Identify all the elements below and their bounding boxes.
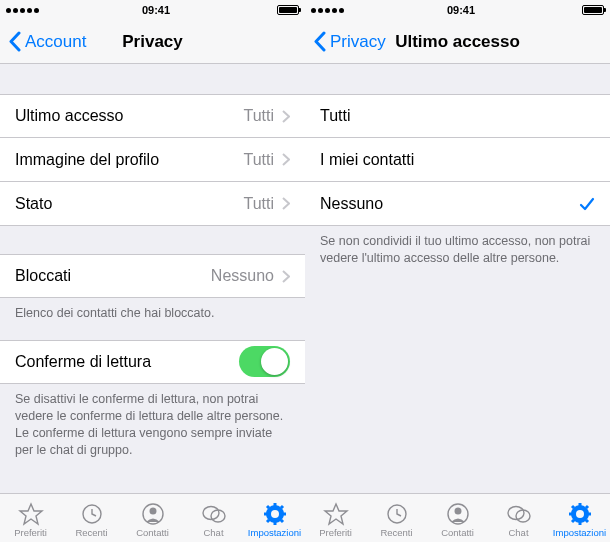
nav-bar: Privacy Ultimo accesso bbox=[305, 20, 610, 64]
last-seen-screen: 09:41 Privacy Ultimo accesso Tutti I mie… bbox=[305, 0, 610, 542]
back-label: Privacy bbox=[330, 32, 386, 52]
status-time: 09:41 bbox=[447, 4, 475, 16]
tab-chats[interactable]: Chat bbox=[488, 494, 549, 542]
option-label: Nessuno bbox=[320, 195, 579, 213]
check-icon bbox=[579, 197, 595, 211]
star-icon bbox=[323, 502, 349, 526]
chevron-right-icon bbox=[282, 197, 290, 210]
clock-icon bbox=[79, 502, 105, 526]
option-everyone[interactable]: Tutti bbox=[305, 94, 610, 138]
gear-icon bbox=[262, 502, 288, 526]
tab-bar: Preferiti Recenti Contatti Chat Impostaz… bbox=[305, 493, 610, 542]
option-nobody[interactable]: Nessuno bbox=[305, 182, 610, 226]
row-value: Nessuno bbox=[211, 267, 274, 285]
tab-chats[interactable]: Chat bbox=[183, 494, 244, 542]
svg-line-30 bbox=[572, 520, 574, 522]
option-label: I miei contatti bbox=[320, 151, 595, 169]
tab-label: Recenti bbox=[75, 527, 107, 538]
row-status[interactable]: Stato Tutti bbox=[0, 182, 305, 226]
chevron-left-icon bbox=[313, 31, 326, 52]
tab-label: Preferiti bbox=[319, 527, 352, 538]
svg-line-31 bbox=[586, 506, 588, 508]
content: Ultimo accesso Tutti Immagine del profil… bbox=[0, 64, 305, 493]
tab-label: Preferiti bbox=[14, 527, 47, 538]
svg-line-15 bbox=[281, 506, 283, 508]
row-label: Immagine del profilo bbox=[15, 151, 243, 169]
row-value: Tutti bbox=[243, 151, 274, 169]
tab-label: Chat bbox=[508, 527, 528, 538]
tab-label: Contatti bbox=[441, 527, 474, 538]
contact-icon bbox=[445, 502, 471, 526]
tab-contacts[interactable]: Contatti bbox=[122, 494, 183, 542]
tab-recents[interactable]: Recenti bbox=[366, 494, 427, 542]
svg-marker-0 bbox=[20, 504, 42, 524]
gear-icon bbox=[567, 502, 593, 526]
svg-marker-16 bbox=[325, 504, 347, 524]
chat-icon bbox=[201, 502, 227, 526]
clock-icon bbox=[384, 502, 410, 526]
tab-label: Chat bbox=[203, 527, 223, 538]
tab-contacts[interactable]: Contatti bbox=[427, 494, 488, 542]
content: Tutti I miei contatti Nessuno Se non con… bbox=[305, 64, 610, 493]
nav-bar: Account Privacy bbox=[0, 20, 305, 64]
row-value: Tutti bbox=[243, 195, 274, 213]
chat-icon bbox=[506, 502, 532, 526]
chevron-left-icon bbox=[8, 31, 21, 52]
tab-favorites[interactable]: Preferiti bbox=[305, 494, 366, 542]
row-label: Conferme di lettura bbox=[15, 353, 239, 371]
signal-icon bbox=[311, 8, 344, 13]
svg-line-28 bbox=[572, 506, 574, 508]
svg-line-14 bbox=[267, 520, 269, 522]
battery-icon bbox=[277, 5, 299, 15]
back-button[interactable]: Account bbox=[8, 31, 86, 52]
blocked-footer: Elenco dei contatti che hai bloccato. bbox=[0, 298, 305, 332]
tab-bar: Preferiti Recenti Contatti Chat Impostaz… bbox=[0, 493, 305, 542]
status-time: 09:41 bbox=[142, 4, 170, 16]
option-my-contacts[interactable]: I miei contatti bbox=[305, 138, 610, 182]
signal-icon bbox=[6, 8, 39, 13]
row-last-seen[interactable]: Ultimo accesso Tutti bbox=[0, 94, 305, 138]
tab-settings[interactable]: Impostazioni bbox=[244, 494, 305, 542]
row-label: Bloccati bbox=[15, 267, 211, 285]
tab-label: Contatti bbox=[136, 527, 169, 538]
tab-favorites[interactable]: Preferiti bbox=[0, 494, 61, 542]
svg-point-7 bbox=[271, 510, 279, 518]
status-bar: 09:41 bbox=[0, 0, 305, 20]
read-receipts-switch[interactable] bbox=[239, 346, 290, 377]
row-label: Ultimo accesso bbox=[15, 107, 243, 125]
row-label: Stato bbox=[15, 195, 243, 213]
row-value: Tutti bbox=[243, 107, 274, 125]
chevron-right-icon bbox=[282, 153, 290, 166]
tab-label: Impostazioni bbox=[248, 527, 301, 538]
battery-icon bbox=[582, 5, 604, 15]
star-icon bbox=[18, 502, 44, 526]
svg-point-23 bbox=[576, 510, 584, 518]
svg-line-12 bbox=[267, 506, 269, 508]
tab-label: Recenti bbox=[380, 527, 412, 538]
tab-recents[interactable]: Recenti bbox=[61, 494, 122, 542]
chevron-right-icon bbox=[282, 270, 290, 283]
chevron-right-icon bbox=[282, 110, 290, 123]
svg-line-13 bbox=[281, 520, 283, 522]
svg-line-29 bbox=[586, 520, 588, 522]
read-receipts-footer: Se disattivi le conferme di lettura, non… bbox=[0, 384, 305, 469]
svg-point-19 bbox=[454, 508, 461, 515]
back-button[interactable]: Privacy bbox=[313, 31, 386, 52]
row-blocked[interactable]: Bloccati Nessuno bbox=[0, 254, 305, 298]
svg-point-3 bbox=[149, 508, 156, 515]
status-bar: 09:41 bbox=[305, 0, 610, 20]
contact-icon bbox=[140, 502, 166, 526]
row-profile-photo[interactable]: Immagine del profilo Tutti bbox=[0, 138, 305, 182]
last-seen-footer: Se non condividi il tuo ultimo accesso, … bbox=[305, 226, 610, 277]
back-label: Account bbox=[25, 32, 86, 52]
tab-label: Impostazioni bbox=[553, 527, 606, 538]
tab-settings[interactable]: Impostazioni bbox=[549, 494, 610, 542]
option-label: Tutti bbox=[320, 107, 595, 125]
privacy-screen: 09:41 Account Privacy Ultimo accesso Tut… bbox=[0, 0, 305, 542]
row-read-receipts: Conferme di lettura bbox=[0, 340, 305, 384]
